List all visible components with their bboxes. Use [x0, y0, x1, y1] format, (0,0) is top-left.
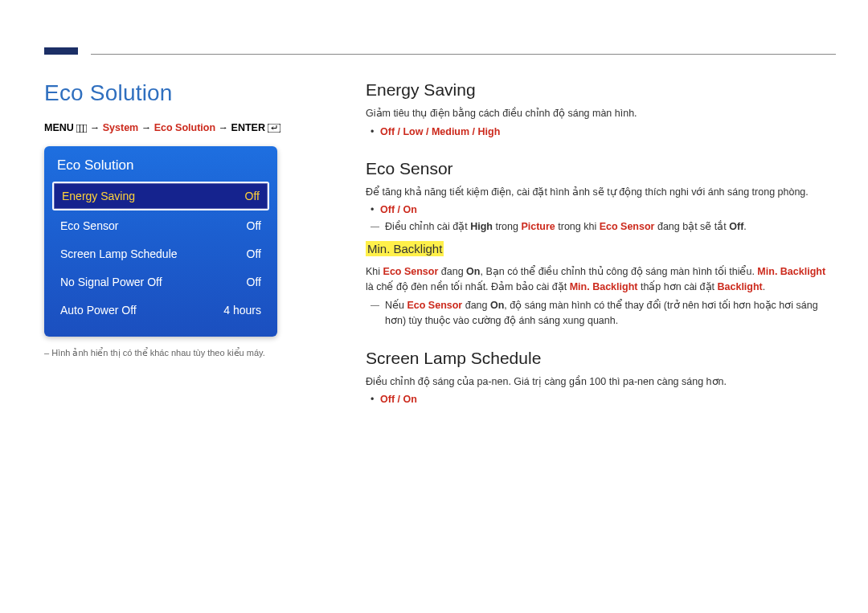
top-bar: [44, 24, 836, 56]
enter-icon: [268, 124, 280, 135]
menu-label: MENU: [44, 122, 74, 133]
menu-row-value: Off: [247, 247, 261, 260]
heading-screen-lamp: Screen Lamp Schedule: [366, 349, 836, 368]
heading-eco-sensor: Eco Sensor: [366, 159, 836, 178]
eco-solution-panel: Eco Solution Energy Saving Off Eco Senso…: [44, 146, 277, 337]
arrow-1: →: [90, 122, 100, 133]
t: Backlight: [718, 281, 763, 292]
t: là chế độ đèn nền tối nhất. Đảm bảo cài …: [366, 281, 570, 292]
t: trong khi: [555, 221, 600, 232]
eco-desc: Để tăng khả năng tiết kiệm điện, cài đặt…: [366, 185, 836, 200]
lamp-desc: Điều chỉnh độ sáng của pa-nen. Giá trị c…: [366, 374, 836, 390]
menu-row-screen-lamp[interactable]: Screen Lamp Schedule Off: [52, 241, 269, 267]
section-eco-sensor: Eco Sensor Để tăng khả năng tiết kiệm đi…: [366, 159, 836, 329]
panel-title: Eco Solution: [52, 154, 269, 182]
menu-row-label: Screen Lamp Schedule: [60, 247, 178, 260]
section-energy-saving: Energy Saving Giảm tiêu thụ điện bằng cá…: [366, 80, 836, 140]
t: Min. Backlight: [570, 281, 638, 292]
lamp-options-text: Off / On: [380, 394, 417, 405]
t: Nếu: [385, 300, 407, 311]
page-title: Eco Solution: [44, 80, 321, 106]
section-screen-lamp: Screen Lamp Schedule Điều chỉnh độ sáng …: [366, 349, 836, 408]
menu-row-value: 4 hours: [223, 304, 261, 317]
path-system: System: [103, 122, 138, 133]
t: Picture: [521, 221, 555, 232]
menu-row-label: Eco Sensor: [60, 219, 118, 232]
t: thấp hơn cài đặt: [637, 281, 717, 292]
t: Eco Sensor: [407, 300, 462, 311]
menu-row-label: No Signal Power Off: [60, 276, 162, 288]
menu-grid-icon: [76, 124, 87, 135]
energy-desc: Giảm tiêu thụ điện bằng cách điều chỉnh …: [366, 106, 836, 121]
subheading-min-backlight: Min. Backlight: [366, 241, 444, 256]
footnote-text: Hình ảnh hiển thị có thể khác nhau tùy t…: [51, 348, 265, 358]
eco-note-2: Nếu Eco Sensor đang On, độ sáng màn hình…: [371, 298, 836, 329]
menu-row-label: Energy Saving: [62, 190, 135, 202]
t: Khi: [366, 266, 383, 277]
panel-footnote: – Hình ảnh hiển thị có thể khác nhau tùy…: [44, 348, 321, 358]
menu-row-auto-power-off[interactable]: Auto Power Off 4 hours: [52, 297, 269, 323]
t: Min. Backlight: [757, 266, 825, 277]
menu-row-no-signal[interactable]: No Signal Power Off Off: [52, 269, 269, 295]
accent-chip: [44, 47, 78, 55]
eco-options-text: Off / On: [380, 204, 417, 215]
arrow-3: →: [219, 122, 229, 133]
eco-note-1: Điều chỉnh cài đặt High trong Picture tr…: [371, 219, 836, 235]
arrow-2: →: [141, 122, 152, 133]
heading-energy-saving: Energy Saving: [366, 80, 836, 100]
t: đang bật sẽ tắt: [654, 221, 729, 232]
t: On: [466, 266, 480, 277]
t: Eco Sensor: [600, 221, 655, 232]
t: .: [763, 281, 765, 292]
enter-label: ENTER: [231, 122, 265, 133]
t: Điều chỉnh cài đặt: [385, 221, 470, 232]
eco-options: Off / On: [371, 202, 836, 218]
menu-row-label: Auto Power Off: [60, 304, 137, 317]
min-backlight-desc: Khi Eco Sensor đang On, Bạn có thể điều …: [366, 264, 836, 295]
energy-options-text: Off / Low / Medium / High: [380, 126, 500, 137]
t: trong: [493, 221, 521, 232]
menu-row-energy-saving[interactable]: Energy Saving Off: [52, 182, 269, 210]
svg-rect-0: [76, 125, 87, 133]
top-rule: [91, 54, 836, 55]
t: High: [470, 221, 493, 232]
t: On: [490, 300, 504, 311]
lamp-options: Off / On: [371, 392, 836, 407]
t: đang: [462, 300, 490, 311]
path-eco: Eco Solution: [154, 122, 215, 133]
energy-options: Off / Low / Medium / High: [371, 125, 836, 140]
menu-row-eco-sensor[interactable]: Eco Sensor Off: [52, 213, 269, 239]
t: đang: [438, 266, 466, 277]
t: .: [743, 221, 746, 232]
t: , Bạn có thể điều chỉnh thủ công độ sáng…: [480, 266, 757, 277]
menu-path: MENU → System → Eco Solution → ENTER: [44, 122, 321, 135]
menu-row-value: Off: [247, 276, 261, 288]
menu-row-value: Off: [247, 219, 261, 232]
menu-row-value: Off: [245, 190, 260, 202]
t: Eco Sensor: [383, 266, 439, 277]
t: Off: [729, 221, 743, 232]
